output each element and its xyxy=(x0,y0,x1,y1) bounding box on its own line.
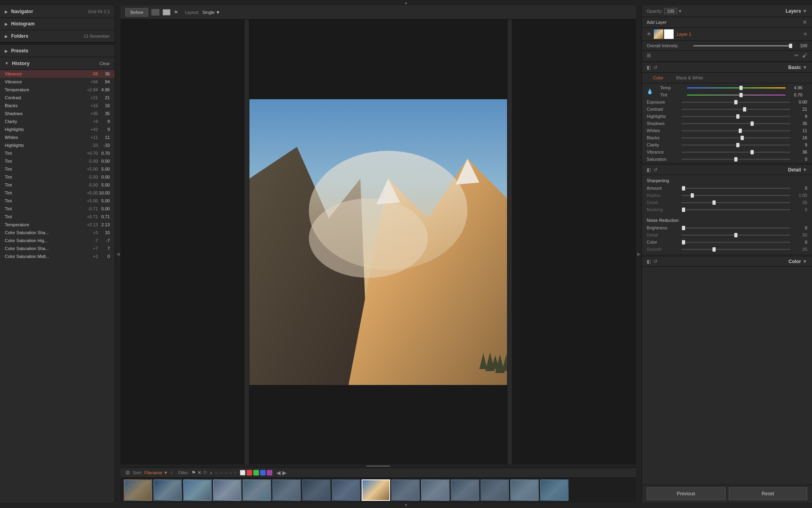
before-button[interactable]: Before xyxy=(125,8,148,17)
history-item-17[interactable]: Tint-0.710.00 xyxy=(0,205,115,213)
history-item-6[interactable]: Clarity+99 xyxy=(0,117,115,125)
filmstrip-thumb-1[interactable] xyxy=(124,479,152,501)
layer-name[interactable]: Layer 1 xyxy=(677,32,803,37)
filmstrip-thumb-7[interactable] xyxy=(302,479,331,501)
star-2[interactable]: ☆ xyxy=(219,470,223,475)
history-item-3[interactable]: Contrast+2121 xyxy=(0,94,115,102)
history-item-16[interactable]: Tint+5.005.00 xyxy=(0,197,115,205)
history-item-0[interactable]: Vibrance-5836 xyxy=(0,70,115,78)
history-item-15[interactable]: Tint+5.0010.00 xyxy=(0,189,115,197)
star-5[interactable]: ☆ xyxy=(234,470,237,475)
previous-button[interactable]: Previous xyxy=(647,487,726,500)
filmstrip-thumb-13[interactable] xyxy=(481,479,509,501)
smooth-slider[interactable] xyxy=(682,249,790,250)
highlights-slider[interactable] xyxy=(682,116,790,117)
star-3[interactable]: ☆ xyxy=(224,470,228,475)
filmstrip-thumb-5[interactable] xyxy=(243,479,271,501)
filmstrip-thumb-12[interactable] xyxy=(451,479,479,501)
presets-header[interactable]: ▶ Presets xyxy=(0,45,115,57)
filmstrip-thumb-9-selected[interactable] xyxy=(362,479,390,501)
navigator-fit[interactable]: Fit xyxy=(98,9,102,14)
add-layer-close-icon[interactable]: ✕ xyxy=(802,19,807,25)
filmstrip-thumb-11[interactable] xyxy=(421,479,450,501)
color-nr-slider[interactable] xyxy=(682,242,790,243)
layout-select[interactable]: Single ▼ xyxy=(203,10,220,15)
filmstrip-prev-btn[interactable]: ◀ xyxy=(276,470,281,476)
clarity-slider[interactable] xyxy=(682,144,790,146)
crop-tool-icon[interactable]: ⊞ xyxy=(647,52,651,58)
star-1[interactable]: ☆ xyxy=(214,470,218,475)
whites-slider[interactable] xyxy=(682,130,790,131)
temp-slider[interactable] xyxy=(687,87,785,89)
basic-copy-icon[interactable]: ◧ xyxy=(647,65,651,70)
color-filter-blue[interactable] xyxy=(260,470,266,475)
top-expand-arrow[interactable]: ▲ xyxy=(0,0,812,6)
sort-direction-icon[interactable]: ↕ xyxy=(170,470,172,475)
history-item-11[interactable]: Tint-5.000.00 xyxy=(0,157,115,165)
basic-section-arrow[interactable]: ▼ xyxy=(802,65,807,70)
exposure-slider[interactable] xyxy=(682,102,790,103)
flag-icon[interactable]: ⚑ xyxy=(174,10,178,15)
add-layer-button[interactable]: Add Layer xyxy=(647,20,802,25)
tint-slider[interactable] xyxy=(687,94,785,96)
navigator-grid[interactable]: Grid xyxy=(88,9,96,14)
history-item-1[interactable]: Vibrance+9494 xyxy=(0,78,115,86)
eyedropper-icon[interactable]: 💧 xyxy=(647,89,653,94)
layer-item[interactable]: 👁 Layer 1 ✕ xyxy=(642,28,812,41)
color-filter-white[interactable] xyxy=(240,470,245,475)
saturation-slider[interactable] xyxy=(682,159,790,160)
filmstrip-thumb-3[interactable] xyxy=(183,479,212,501)
filmstrip-thumb-4[interactable] xyxy=(213,479,241,501)
color-refresh-icon[interactable]: ↺ xyxy=(653,259,657,264)
left-collapse-arrow[interactable]: ◀ xyxy=(115,6,121,502)
filmstrip-thumb-6[interactable] xyxy=(272,479,301,501)
flag-outline-icon[interactable]: ⚐ xyxy=(203,470,207,475)
detail-slider[interactable] xyxy=(682,202,790,203)
color-filter-green[interactable] xyxy=(253,470,259,475)
main-photo[interactable] xyxy=(249,99,507,385)
navigator-header[interactable]: ▶ Navigator Grid Fit 1:1 xyxy=(0,6,115,17)
tab-bw[interactable]: Black & White xyxy=(670,74,709,81)
history-item-18[interactable]: Tint+0.710.71 xyxy=(0,213,115,221)
history-item-5[interactable]: Shadows+3535 xyxy=(0,110,115,117)
color-filter-purple[interactable] xyxy=(267,470,272,475)
view-icon-square[interactable] xyxy=(151,9,159,15)
history-item-7[interactable]: Highlights+429 xyxy=(0,125,115,133)
overall-intensity-slider[interactable] xyxy=(693,45,792,46)
history-item-10[interactable]: Tint+0.700.70 xyxy=(0,149,115,157)
basic-refresh-icon[interactable]: ↺ xyxy=(653,65,657,70)
contrast-slider[interactable] xyxy=(682,109,790,110)
nr-detail-slider[interactable] xyxy=(682,235,790,236)
history-item-12[interactable]: Tint+5.005.00 xyxy=(0,165,115,173)
flag-white-icon[interactable]: ⚑ xyxy=(192,470,196,475)
bottom-expand-arrow[interactable]: ▼ xyxy=(0,502,812,508)
history-item-9[interactable]: Highlights-33-33 xyxy=(0,141,115,149)
history-item-8[interactable]: Whites+1111 xyxy=(0,133,115,141)
filmstrip-thumb-14[interactable] xyxy=(510,479,539,501)
history-item-14[interactable]: Tint-5.005.00 xyxy=(0,181,115,189)
detail-refresh-icon[interactable]: ↺ xyxy=(653,167,657,173)
shadows-slider[interactable] xyxy=(682,123,790,124)
filmstrip-thumb-15[interactable] xyxy=(540,479,569,501)
filmstrip-thumb-10[interactable] xyxy=(391,479,420,501)
right-collapse-arrow[interactable]: ▶ xyxy=(636,6,642,502)
history-item-23[interactable]: Color Saturation Midt...+20 xyxy=(0,252,115,260)
layers-dropdown-arrow[interactable]: ▼ xyxy=(802,8,807,14)
history-item-2[interactable]: Temperature+2.844.96 xyxy=(0,86,115,94)
layer-options-icon[interactable]: ✕ xyxy=(803,31,807,37)
gear-icon[interactable]: ⚙ xyxy=(125,470,130,476)
filmstrip-next-btn[interactable]: ▶ xyxy=(282,470,287,476)
view-icon-white[interactable] xyxy=(163,9,170,15)
histogram-header[interactable]: ▶ Histogram xyxy=(0,18,115,30)
brush-icon[interactable]: 🖌 xyxy=(802,52,807,58)
blacks-slider[interactable] xyxy=(682,137,790,139)
image-scrollbar[interactable] xyxy=(121,464,636,468)
color-copy-icon[interactable]: ◧ xyxy=(647,259,651,264)
star-4[interactable]: ☆ xyxy=(229,470,233,475)
history-item-4[interactable]: Blacks+1616 xyxy=(0,102,115,110)
history-header[interactable]: ▼ History Clear xyxy=(0,57,115,70)
opacity-input[interactable]: 100 xyxy=(664,8,677,14)
detail-copy-icon[interactable]: ◧ xyxy=(647,167,651,173)
color-filter-red[interactable] xyxy=(247,470,252,475)
filmstrip-thumb-2[interactable] xyxy=(153,479,182,501)
